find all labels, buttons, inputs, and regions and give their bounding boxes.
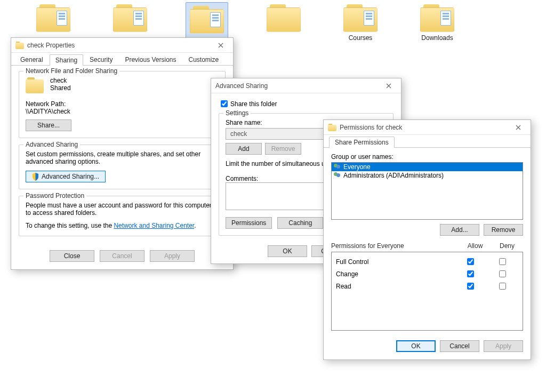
permissions-table: Full Control Change Read [331,252,523,331]
titlebar[interactable]: Advanced Sharing [211,78,401,93]
tab-strip: Share Permissions [324,135,531,148]
tab-general[interactable]: General [14,54,49,65]
apply-button[interactable]: Apply [150,250,195,262]
network-sharing-center-link[interactable]: Network and Sharing Center [114,222,194,229]
allow-change[interactable] [467,270,474,277]
perm-row-change: Change [336,268,518,280]
users-icon [334,164,341,170]
desktop-folder[interactable] [262,2,305,42]
perm-label: Change [336,270,454,278]
permissions-for-label: Permissions for Everyone [331,242,459,250]
group-legend: Password Protection [23,192,86,199]
advanced-sharing-button[interactable]: Advanced Sharing... [26,171,106,182]
deny-header: Deny [491,242,523,250]
close-icon[interactable] [509,122,527,133]
share-name: check [50,77,71,84]
desktop-folder-selected[interactable] [186,2,228,42]
folder-icon [267,2,301,32]
group-network-sharing: Network File and Folder Sharing check Sh… [19,71,226,138]
group-legend: Advanced Sharing [23,141,80,148]
shield-icon [32,173,39,181]
close-icon[interactable] [380,80,398,92]
advanced-description: Set custom permissions, create multiple … [26,150,219,165]
desktop-folder[interactable] [109,2,151,42]
allow-full-control[interactable] [467,258,474,265]
group-advanced-sharing: Advanced Sharing Set custom permissions,… [19,145,226,189]
add-principal-button[interactable]: Add... [440,224,479,236]
window-title: Advanced Sharing [215,82,380,90]
password-description: People must have a user account and pass… [26,202,219,217]
allow-header: Allow [459,242,491,250]
list-item[interactable]: Everyone [332,163,523,171]
group-names-listbox[interactable]: Everyone Administrators (ADI\Administrat… [331,162,523,220]
password-change-line: To change this setting, use the Network … [26,222,219,229]
permissions-dialog: Permissions for check Share Permissions … [323,119,531,360]
tab-strip: General Sharing Security Previous Versio… [11,53,233,66]
shared-folder-icon [26,77,45,95]
tab-share-permissions[interactable]: Share Permissions [329,137,395,148]
principal-name: Administrators (ADI\Administrators) [343,172,444,179]
deny-change[interactable] [499,270,506,277]
principal-name: Everyone [343,163,371,171]
tab-sharing[interactable]: Sharing [50,54,83,66]
folder-icon [343,2,378,32]
allow-read[interactable] [467,283,474,290]
tab-customize[interactable]: Customize [182,54,224,65]
ok-button[interactable]: OK [396,340,436,352]
text: . [194,222,196,229]
ok-button[interactable]: OK [268,245,307,257]
advanced-sharing-label: Advanced Sharing... [42,173,99,180]
folder-icon [36,2,70,32]
tab-previous-versions[interactable]: Previous Versions [119,54,182,65]
group-names-label: Group or user names: [331,153,523,161]
share-check-label: Share this folder [230,100,277,108]
apply-button[interactable]: Apply [484,340,523,352]
permissions-button[interactable]: Permissions [226,217,272,229]
tab-security[interactable]: Security [84,54,118,65]
perm-row-read: Read [336,280,518,292]
share-button[interactable]: Share... [26,119,71,131]
deny-full-control[interactable] [499,258,506,265]
window-title: check Properties [27,42,212,49]
perm-row-full-control: Full Control [336,255,518,268]
cancel-button[interactable]: Cancel [440,340,479,352]
folder-icon [328,124,336,131]
deny-read[interactable] [499,283,506,290]
desktop-folder[interactable]: Courses [339,2,382,42]
remove-principal-button[interactable]: Remove [484,224,523,236]
remove-share-button[interactable]: Remove [265,143,301,155]
titlebar[interactable]: check Properties [11,38,233,53]
group-legend: Network File and Folder Sharing [23,67,119,75]
desktop-label: Downloads [421,34,453,42]
folder-icon [190,4,224,34]
desktop-icons: Courses Downloads [32,2,459,42]
share-checkbox[interactable] [221,100,228,107]
share-status: Shared [50,84,71,92]
properties-dialog: check Properties General Sharing Securit… [11,37,234,270]
share-this-folder-check[interactable]: Share this folder [219,99,394,109]
window-title: Permissions for check [340,124,509,131]
network-path-label: Network Path: [26,100,219,108]
group-legend: Settings [223,109,251,117]
perm-label: Full Control [336,258,454,266]
network-path-value: \\ADITYA\check [26,108,219,115]
desktop-folder[interactable] [32,2,75,42]
group-password-protection: Password Protection People must have a u… [19,196,226,236]
folder-icon [420,2,454,32]
text: To change this setting, use the [26,222,114,229]
close-button[interactable]: Close [50,250,94,262]
users-icon [334,172,341,179]
cancel-button[interactable]: Cancel [100,250,144,262]
desktop-folder[interactable]: Downloads [416,2,459,42]
desktop-label: Courses [349,34,373,42]
caching-button[interactable]: Caching [277,217,323,229]
add-share-button[interactable]: Add [226,143,262,155]
folder-icon [15,42,24,49]
close-icon[interactable] [212,39,230,51]
titlebar[interactable]: Permissions for check [324,120,531,135]
perm-label: Read [336,283,454,290]
list-item[interactable]: Administrators (ADI\Administrators) [332,171,523,180]
folder-icon [113,2,147,32]
